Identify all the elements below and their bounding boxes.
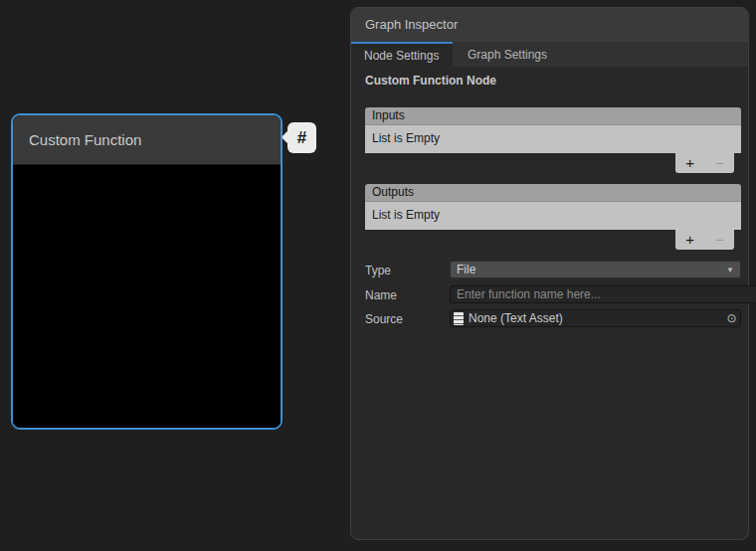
text-asset-icon — [454, 312, 464, 325]
inputs-list: Inputs List is Empty + − — [365, 107, 741, 153]
type-dropdown-value: File — [457, 263, 726, 276]
type-dropdown[interactable]: File ▼ — [450, 261, 741, 278]
tab-bar: Node Settings Graph Settings — [351, 42, 748, 67]
panel-title-bar[interactable]: Graph Inspector — [351, 8, 748, 42]
node-title: Custom Function — [29, 131, 141, 148]
outputs-list-empty-row: List is Empty — [365, 202, 741, 230]
inputs-list-empty-row: List is Empty — [365, 125, 741, 153]
name-field-row: Name — [365, 285, 741, 305]
node-body — [13, 166, 281, 428]
tab-graph-settings-label: Graph Settings — [468, 48, 547, 62]
object-picker-icon: ⊙ — [726, 311, 736, 325]
outputs-empty-label: List is Empty — [372, 208, 440, 222]
outputs-list: Outputs List is Empty + − — [365, 184, 741, 230]
source-field-row: Source None (Text Asset) ⊙ — [365, 309, 741, 329]
object-picker-button[interactable]: ⊙ — [723, 310, 740, 326]
inputs-list-header[interactable]: Inputs — [365, 107, 741, 125]
node-settings-heading: Custom Function Node — [365, 74, 496, 88]
outputs-list-header-label: Outputs — [372, 185, 414, 199]
tab-graph-settings[interactable]: Graph Settings — [453, 42, 567, 67]
graph-inspector-panel: Graph Inspector Node Settings Graph Sett… — [350, 7, 749, 540]
tab-node-settings[interactable]: Node Settings — [351, 42, 453, 67]
name-label: Name — [365, 286, 397, 304]
node-title-bar[interactable]: Custom Function — [13, 115, 281, 165]
custom-function-node[interactable]: Custom Function — [11, 113, 283, 430]
outputs-add-button[interactable]: + — [675, 230, 705, 250]
tab-node-settings-label: Node Settings — [364, 49, 439, 63]
outputs-remove-button[interactable]: − — [705, 230, 735, 250]
source-object-field[interactable]: None (Text Asset) ⊙ — [450, 309, 741, 327]
function-name-input[interactable] — [450, 285, 756, 303]
badge-tail — [282, 130, 295, 144]
chevron-down-icon: ▼ — [726, 266, 734, 275]
inputs-remove-button[interactable]: − — [705, 153, 735, 173]
shader-graph-window: Custom Function # Graph Inspector Node S… — [0, 0, 756, 551]
hash-icon: # — [297, 128, 306, 148]
outputs-list-footer: + − — [675, 230, 734, 250]
inputs-list-footer: + − — [675, 153, 734, 173]
outputs-list-header[interactable]: Outputs — [365, 184, 741, 202]
inputs-empty-label: List is Empty — [372, 131, 440, 145]
node-precision-badge[interactable]: # — [287, 122, 316, 153]
type-field-row: Type File ▼ — [365, 261, 741, 280]
type-label: Type — [365, 262, 391, 279]
panel-title: Graph Inspector — [365, 17, 458, 32]
source-object-value: None (Text Asset) — [469, 311, 723, 325]
inputs-add-button[interactable]: + — [675, 153, 705, 173]
inputs-list-header-label: Inputs — [372, 108, 405, 122]
source-label: Source — [365, 310, 403, 328]
